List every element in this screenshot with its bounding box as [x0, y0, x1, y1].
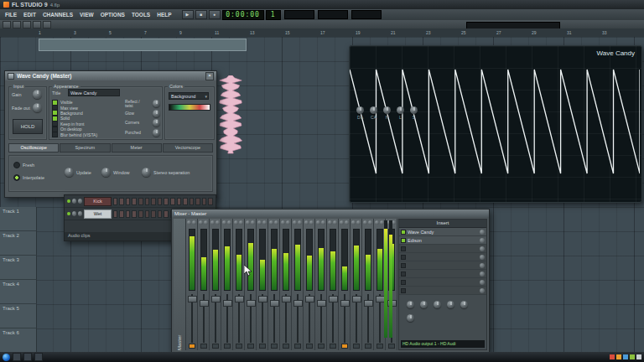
stereo-separation-knob[interactable]: [142, 168, 151, 177]
fx-send-knob[interactable]: [420, 301, 428, 308]
strip-pan-knob[interactable]: [375, 220, 379, 225]
wave-candy-scope-window[interactable]: Wave Candy DACAHLS: [349, 45, 642, 203]
mixer-strip[interactable]: [339, 219, 351, 350]
strip-fader[interactable]: [282, 296, 291, 303]
strip-arm-led[interactable]: [341, 344, 348, 349]
audio-output-status[interactable]: HD Audio output 1 - HD Audi: [401, 340, 485, 348]
step-cell[interactable]: [126, 198, 131, 205]
fx-slot-mix-knob[interactable]: [480, 288, 485, 293]
strip-arm-led[interactable]: [200, 344, 207, 349]
scope-knob-h[interactable]: H: [383, 106, 391, 120]
mixer-strip[interactable]: [280, 219, 292, 350]
strip-pan-knob[interactable]: [210, 220, 215, 225]
strip-fader[interactable]: [317, 300, 326, 307]
pan-knob[interactable]: [72, 199, 76, 204]
fx-slot[interactable]: [399, 287, 486, 295]
fx-slot-led[interactable]: [401, 272, 406, 277]
step-cell[interactable]: [138, 210, 143, 218]
fx-slot-led[interactable]: [401, 230, 406, 235]
tray-icon-red[interactable]: [610, 354, 615, 359]
fade-out-knob[interactable]: [33, 103, 42, 112]
track-header[interactable]: Track 5: [0, 304, 37, 328]
strip-fader[interactable]: [235, 296, 244, 303]
step-cell[interactable]: [113, 198, 118, 205]
channel-led[interactable]: [67, 199, 70, 203]
strip-pan-knob[interactable]: [234, 220, 238, 225]
zoom-tool-icon[interactable]: [43, 21, 51, 28]
reflect-twist-knob[interactable]: [153, 100, 160, 107]
master-strip[interactable]: Master: [174, 219, 186, 350]
track-header[interactable]: Track 2: [0, 231, 37, 256]
color-gradient-bar[interactable]: [169, 104, 210, 111]
mixer-strip[interactable]: [315, 219, 327, 350]
strip-sep-knob[interactable]: [204, 220, 208, 225]
strip-arm-led[interactable]: [259, 344, 266, 349]
slice-tool-icon[interactable]: [33, 21, 41, 28]
fx-send-knob[interactable]: [447, 301, 454, 308]
step-cell[interactable]: [151, 210, 156, 218]
fx-slot-led[interactable]: [401, 280, 406, 285]
strip-pan-knob[interactable]: [269, 220, 273, 225]
plugin-menu-icon[interactable]: [8, 73, 14, 80]
mixer-strip[interactable]: [292, 219, 304, 350]
fx-slot-mix-knob[interactable]: [480, 246, 485, 251]
fx-slot[interactable]: [399, 278, 486, 287]
strip-arm-led[interactable]: [271, 344, 278, 349]
step-cell[interactable]: [113, 210, 118, 218]
strip-fader[interactable]: [200, 300, 209, 307]
strip-arm-led[interactable]: [247, 344, 254, 349]
track-header[interactable]: Track 4: [0, 280, 37, 304]
window-knob[interactable]: [101, 168, 111, 177]
strip-fader[interactable]: [211, 296, 221, 303]
strip-pan-knob[interactable]: [199, 220, 203, 225]
strip-pan-knob[interactable]: [293, 220, 297, 225]
glow-knob[interactable]: [153, 110, 160, 117]
fx-send-knob[interactable]: [407, 314, 414, 322]
h-knob[interactable]: [383, 106, 391, 114]
menu-view[interactable]: VIEW: [76, 12, 97, 18]
strip-arm-led[interactable]: [353, 344, 360, 349]
fresh-radio-row[interactable]: Fresh: [13, 162, 34, 168]
pattern-display[interactable]: 1: [266, 10, 281, 20]
fx-slot[interactable]: [399, 270, 486, 278]
step-cell[interactable]: [177, 198, 182, 205]
fx-send-knob[interactable]: [460, 301, 468, 308]
fx-slot[interactable]: [399, 261, 486, 270]
strip-arm-led[interactable]: [283, 344, 289, 349]
insert-header[interactable]: Insert: [399, 220, 486, 228]
strip-pan-knob[interactable]: [351, 220, 356, 225]
step-cell[interactable]: [145, 198, 150, 205]
strip-sep-knob[interactable]: [192, 220, 196, 225]
mixer-strip[interactable]: [210, 219, 221, 350]
title-input[interactable]: Wave Candy: [68, 89, 120, 96]
track-header[interactable]: Track 1: [0, 207, 37, 231]
strip-sep-knob[interactable]: [239, 220, 243, 225]
step-cell[interactable]: [158, 210, 163, 218]
strip-arm-led[interactable]: [306, 344, 313, 349]
mixer-titlebar[interactable]: Mixer - Master: [172, 209, 489, 217]
hold-button[interactable]: HOLD: [13, 119, 43, 134]
strip-sep-knob[interactable]: [227, 220, 231, 225]
da-knob[interactable]: [356, 106, 364, 114]
mixer-strip[interactable]: [245, 219, 257, 350]
strip-fader[interactable]: [188, 296, 197, 303]
step-cell[interactable]: [202, 198, 207, 205]
strip-fader[interactable]: [247, 300, 256, 307]
strip-arm-led[interactable]: [377, 344, 383, 349]
strip-fader[interactable]: [364, 300, 373, 307]
scope-knob-l[interactable]: L: [397, 106, 404, 120]
tray-icon-green[interactable]: [630, 354, 635, 359]
menu-edit[interactable]: EDIT: [20, 12, 39, 18]
step-cell[interactable]: [119, 198, 124, 205]
fx-slot-mix-knob[interactable]: [480, 230, 485, 235]
strip-pan-knob[interactable]: [304, 220, 309, 225]
strip-pan-knob[interactable]: [316, 220, 320, 225]
paint-tool-icon[interactable]: [13, 21, 21, 28]
mixer-strip[interactable]: [233, 219, 245, 350]
strip-sep-knob[interactable]: [321, 220, 325, 225]
volume-knob[interactable]: [78, 199, 82, 204]
taskbar-app-1[interactable]: [13, 353, 21, 361]
s-knob[interactable]: [410, 106, 418, 114]
tray-icon-blue[interactable]: [623, 354, 628, 359]
punched-knob[interactable]: [153, 129, 160, 137]
